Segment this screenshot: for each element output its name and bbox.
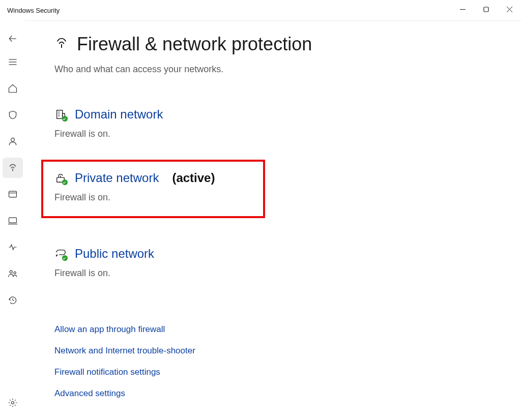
private-network-link[interactable]: Private network: [75, 171, 159, 185]
domain-network-icon: [54, 108, 67, 121]
sidebar-item-firewall[interactable]: [3, 158, 23, 178]
sidebar-item-settings[interactable]: [3, 393, 23, 413]
sidebar-item-home[interactable]: [3, 78, 23, 99]
minimize-button[interactable]: [451, 1, 474, 17]
status-ok-badge: [62, 179, 68, 185]
svg-point-19: [61, 44, 62, 45]
action-links: Allow an app through firewall Network an…: [54, 324, 521, 399]
page-title: Firewall & network protection: [77, 34, 312, 55]
private-network-status: Firewall is on.: [54, 192, 252, 203]
svg-rect-20: [57, 110, 63, 119]
sidebar-item-protection-history[interactable]: [3, 290, 23, 310]
private-network-icon: [54, 172, 67, 184]
status-ok-badge: [62, 116, 68, 122]
close-button[interactable]: [498, 1, 521, 17]
domain-network-status: Firewall is on.: [54, 129, 521, 139]
menu-button[interactable]: [3, 52, 23, 72]
private-network-active-label: (active): [172, 171, 215, 185]
sidebar: [0, 20, 25, 420]
titlebar: Windows Security: [0, 0, 521, 20]
sidebar-item-device-performance[interactable]: [3, 237, 23, 257]
sidebar-item-app-browser-control[interactable]: [3, 184, 23, 204]
svg-point-16: [14, 272, 16, 274]
private-network-highlight: Private network (active) Firewall is on.: [41, 160, 265, 218]
sidebar-item-account-protection[interactable]: [3, 131, 23, 152]
troubleshooter-link[interactable]: Network and Internet trouble-shooter: [54, 346, 521, 356]
window-title: Windows Security: [7, 7, 60, 14]
window-controls: [451, 0, 521, 20]
firewall-icon: [54, 36, 69, 52]
content-area: Firewall & network protection Who and wh…: [25, 20, 521, 420]
svg-point-10: [12, 169, 13, 170]
public-network-status: Firewall is on.: [54, 268, 521, 279]
svg-point-8: [11, 138, 14, 141]
page-heading: Firewall & network protection: [54, 34, 521, 55]
allow-app-link[interactable]: Allow an app through firewall: [54, 324, 521, 335]
status-ok-badge: [62, 255, 68, 261]
window: Windows Security: [0, 0, 521, 420]
public-network-link[interactable]: Public network: [75, 247, 154, 261]
svg-point-17: [11, 402, 14, 404]
svg-rect-13: [9, 218, 16, 223]
sidebar-item-family-options[interactable]: [3, 263, 23, 284]
notification-settings-link[interactable]: Firewall notification settings: [54, 367, 521, 377]
private-network-block: Private network (active) Firewall is on.: [54, 171, 252, 203]
svg-rect-11: [9, 191, 16, 197]
domain-network-link[interactable]: Domain network: [75, 107, 163, 122]
back-button[interactable]: [3, 28, 23, 49]
advanced-settings-link[interactable]: Advanced settings: [54, 388, 521, 399]
sidebar-item-device-security[interactable]: [3, 211, 23, 231]
svg-point-15: [10, 271, 12, 273]
page-subtitle: Who and what can access your networks.: [54, 64, 521, 75]
sidebar-item-virus-protection[interactable]: [3, 105, 23, 125]
domain-network-block: Domain network Firewall is on.: [54, 107, 521, 139]
maximize-button[interactable]: [474, 1, 498, 17]
public-network-block: Public network Firewall is on.: [54, 247, 521, 279]
svg-rect-1: [484, 7, 488, 12]
public-network-icon: [54, 248, 67, 260]
